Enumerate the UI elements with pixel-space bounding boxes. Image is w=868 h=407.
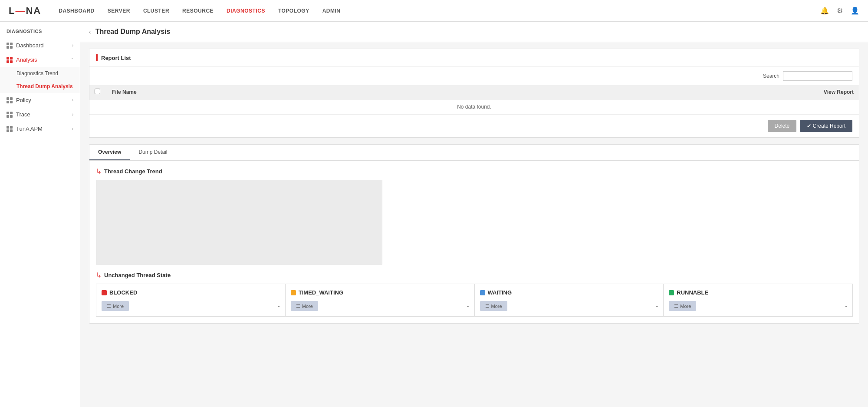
notification-icon[interactable]: 🔔: [820, 7, 829, 15]
report-table-wrapper: File Name View Report No data found.: [89, 85, 859, 115]
chevron-icon: ›: [72, 43, 73, 48]
runnable-label: RUNNABLE: [677, 289, 708, 296]
main-layout: DIAGNOSTICS Dashboard › Analysis ˅: [0, 22, 868, 407]
tabs-container: Overview Dump Detail ↳ Thread Change Tre…: [89, 144, 859, 324]
dot-waiting: [480, 290, 485, 295]
nav-topology[interactable]: TOPOLOGY: [278, 8, 309, 14]
page-header: ‹ Thread Dump Analysis: [80, 22, 868, 42]
more-button-runnable[interactable]: ☰ More: [669, 301, 696, 311]
col-checkbox: [89, 85, 107, 99]
delete-button[interactable]: Delete: [768, 120, 797, 132]
nav-items: DASHBOARD SERVER CLUSTER RESOURCE DIAGNO…: [59, 8, 820, 14]
search-label: Search: [763, 73, 779, 79]
chevron-icon-analysis: ˅: [71, 57, 73, 62]
thread-change-trend-section: ↳ Thread Change Trend: [96, 167, 852, 265]
report-list-section: Report List Search File Name View Report: [89, 49, 859, 138]
top-nav: L—NA DASHBOARD SERVER CLUSTER RESOURCE D…: [0, 0, 868, 22]
nav-right-icons: 🔔 ⚙ 👤: [820, 7, 859, 15]
timed-waiting-label: TIMED_WAITING: [299, 289, 343, 296]
select-all-checkbox[interactable]: [95, 89, 100, 94]
grid-icon-tuna: [7, 126, 13, 132]
sidebar-label-policy: Policy: [16, 97, 31, 103]
list-icon: ☰: [107, 303, 111, 309]
col-view-report: View Report: [456, 85, 859, 99]
nav-admin[interactable]: ADMIN: [322, 8, 341, 14]
logo-dash: —: [15, 5, 26, 16]
thread-card-blocked: BLOCKED ☰ More -: [96, 284, 286, 317]
timed-waiting-value: -: [467, 303, 469, 310]
unchanged-title: Unchanged Thread State: [104, 272, 171, 278]
back-button[interactable]: ‹: [89, 28, 91, 35]
user-icon[interactable]: 👤: [851, 7, 859, 15]
nav-cluster[interactable]: CLUSTER: [143, 8, 169, 14]
sidebar-item-thread-dump[interactable]: Thread Dump Analysis: [0, 80, 80, 93]
thread-card-runnable: RUNNABLE ☰ More -: [663, 284, 853, 317]
chevron-icon-trace: ›: [72, 112, 73, 117]
sidebar-sub-analysis: Diagnostics Trend Thread Dump Analysis: [0, 67, 80, 93]
thread-cards: BLOCKED ☰ More -: [96, 284, 852, 317]
chevron-icon-policy: ›: [72, 98, 73, 103]
nav-diagnostics[interactable]: DIAGNOSTICS: [227, 8, 265, 14]
table-row-empty: No data found.: [89, 99, 859, 115]
chevron-icon-tuna: ›: [72, 126, 73, 131]
list-icon-r: ☰: [674, 303, 678, 309]
dot-timed-waiting: [291, 290, 296, 295]
page-title: Thread Dump Analysis: [95, 28, 171, 36]
trend-icon: ↳: [96, 167, 102, 175]
section-bar: [96, 54, 98, 61]
grid-icon-policy: [7, 97, 13, 103]
action-row: Delete ✔ Create Report: [89, 115, 859, 137]
waiting-label: WAITING: [488, 289, 512, 296]
more-label-blocked: More: [113, 304, 124, 309]
sidebar-label-dashboard: Dashboard: [16, 42, 44, 49]
more-button-blocked[interactable]: ☰ More: [102, 301, 129, 311]
create-report-button[interactable]: ✔ Create Report: [800, 120, 852, 132]
unchanged-icon: ↳: [96, 271, 102, 279]
sidebar-item-dashboard[interactable]: Dashboard ›: [0, 38, 80, 53]
logo: L—NA: [9, 5, 41, 17]
settings-icon[interactable]: ⚙: [835, 7, 844, 15]
sidebar-item-tuna[interactable]: TunA APM ›: [0, 122, 80, 136]
unchanged-thread-state-section: ↳ Unchanged Thread State BLOCKED: [96, 271, 852, 317]
sidebar: DIAGNOSTICS Dashboard › Analysis ˅: [0, 22, 80, 407]
more-label-waiting: More: [491, 304, 502, 309]
content-area: ‹ Thread Dump Analysis Report List Searc…: [80, 22, 868, 407]
sidebar-label-tuna: TunA APM: [16, 126, 43, 132]
nav-server[interactable]: SERVER: [108, 8, 130, 14]
sidebar-item-policy[interactable]: Policy ›: [0, 93, 80, 107]
thread-card-timed-waiting: TIMED_WAITING ☰ More -: [285, 284, 475, 317]
dot-runnable: [669, 290, 674, 295]
unchanged-header: ↳ Unchanged Thread State: [96, 271, 852, 279]
search-input[interactable]: [783, 71, 852, 81]
report-table: File Name View Report No data found.: [89, 85, 859, 115]
report-list-header: Report List: [89, 49, 859, 67]
nav-dashboard[interactable]: DASHBOARD: [59, 8, 95, 14]
trend-title: Thread Change Trend: [104, 168, 162, 175]
col-file-name: File Name: [107, 85, 456, 99]
more-button-waiting[interactable]: ☰ More: [480, 301, 507, 311]
tab-overview[interactable]: Overview: [89, 145, 130, 160]
sidebar-item-analysis[interactable]: Analysis ˅: [0, 53, 80, 67]
trend-chart: [96, 180, 382, 265]
list-icon-tw: ☰: [296, 303, 300, 309]
report-list-title: Report List: [101, 55, 131, 61]
sidebar-label-analysis: Analysis: [16, 56, 37, 63]
sidebar-item-trace[interactable]: Trace ›: [0, 107, 80, 122]
sidebar-title: DIAGNOSTICS: [0, 22, 80, 38]
empty-message: No data found.: [89, 99, 859, 115]
sidebar-label-trace: Trace: [16, 111, 30, 118]
list-icon-w: ☰: [485, 303, 490, 309]
nav-resource[interactable]: RESOURCE: [182, 8, 214, 14]
blocked-value: -: [278, 303, 280, 310]
more-label-runnable: More: [680, 304, 691, 309]
report-controls: Search: [89, 67, 859, 85]
grid-icon-analysis: [7, 57, 13, 63]
sidebar-item-diagnostics-trend[interactable]: Diagnostics Trend: [0, 67, 80, 80]
tab-dump-detail[interactable]: Dump Detail: [130, 145, 176, 160]
dot-blocked: [102, 290, 107, 295]
blocked-label: BLOCKED: [109, 289, 137, 296]
waiting-value: -: [656, 303, 658, 310]
thread-card-waiting: WAITING ☰ More -: [474, 284, 664, 317]
more-button-timed-waiting[interactable]: ☰ More: [291, 301, 318, 311]
runnable-value: -: [845, 303, 847, 310]
